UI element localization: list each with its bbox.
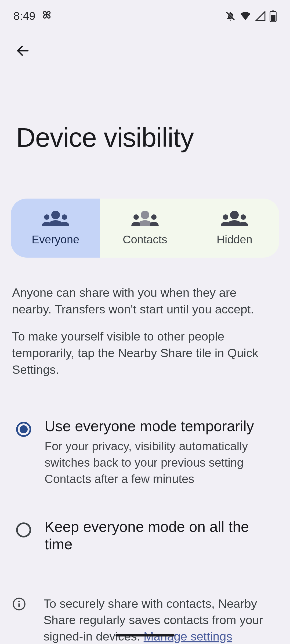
option-subtext: For your privacy, visibility automatical… — [45, 438, 274, 487]
segment-label: Everyone — [32, 233, 79, 246]
info-text: To securely share with contacts, Nearby … — [44, 595, 275, 644]
arrow-left-icon — [15, 43, 30, 59]
info-icon — [12, 597, 26, 612]
svg-point-5 — [44, 214, 49, 220]
dnd-off-icon — [225, 11, 236, 21]
group-icon — [130, 210, 160, 227]
pinwheel-icon — [41, 9, 53, 23]
svg-point-9 — [151, 214, 157, 220]
radio-button[interactable] — [16, 522, 31, 537]
segment-label: Contacts — [123, 233, 167, 246]
svg-rect-2 — [271, 15, 275, 21]
option-everyone-always[interactable]: Keep everyone mode on all the time — [11, 511, 279, 561]
svg-point-12 — [241, 214, 246, 220]
status-time: 8:49 — [13, 10, 35, 23]
segment-everyone[interactable]: Everyone — [11, 199, 100, 258]
battery-icon — [270, 10, 277, 22]
group-icon — [220, 210, 249, 227]
visibility-segmented-control: Everyone Contacts Hidden — [11, 199, 279, 258]
back-button[interactable] — [11, 39, 35, 63]
description-line-2: To make yourself visible to other people… — [12, 328, 278, 378]
segment-contacts[interactable]: Contacts — [100, 199, 190, 258]
page-title: Device visibility — [0, 63, 290, 153]
signal-icon — [255, 11, 266, 21]
description-line-1: Anyone can share with you when they are … — [12, 284, 278, 317]
option-label: Use everyone mode temporarily — [45, 418, 274, 435]
svg-point-7 — [141, 211, 149, 219]
visibility-description: Anyone can share with you when they are … — [0, 258, 290, 378]
option-everyone-temporary[interactable]: Use everyone mode temporarily For your p… — [11, 410, 279, 495]
navigation-handle[interactable] — [115, 634, 175, 636]
group-icon — [41, 210, 70, 227]
radio-button[interactable] — [16, 422, 31, 437]
svg-point-10 — [230, 211, 239, 219]
svg-point-6 — [62, 214, 67, 220]
svg-point-8 — [133, 214, 139, 220]
option-label: Keep everyone mode on all the time — [45, 518, 274, 553]
wifi-icon — [240, 11, 251, 21]
svg-rect-1 — [272, 10, 274, 12]
svg-point-15 — [18, 601, 20, 602]
svg-point-4 — [51, 211, 60, 219]
svg-point-11 — [223, 214, 228, 220]
segment-hidden[interactable]: Hidden — [190, 199, 279, 258]
status-bar: 8:49 — [0, 0, 290, 27]
segment-label: Hidden — [217, 233, 252, 246]
